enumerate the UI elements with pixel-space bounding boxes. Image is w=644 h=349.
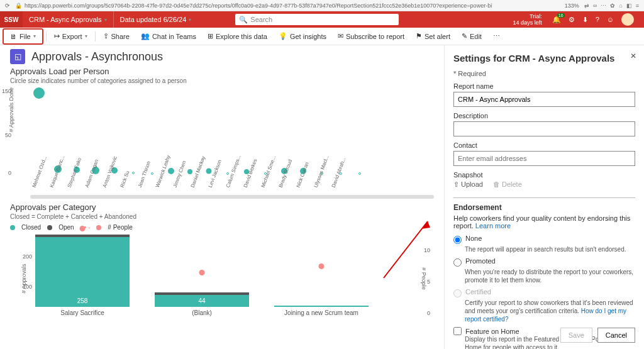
browser-extension-icons: ⇄ ∞ ⋯ ✿ ⌂ ◧ ≡ bbox=[584, 3, 639, 9]
bubble-point[interactable] bbox=[187, 169, 192, 174]
description-label: Description bbox=[453, 112, 635, 119]
horizontal-scrollbar[interactable] bbox=[30, 195, 434, 199]
bar-chart[interactable]: # Approvals # People 200 100 10 5 0 258S… bbox=[10, 235, 434, 316]
export-menu[interactable]: ↦ Export ▾ bbox=[49, 30, 92, 43]
endorse-none-radio[interactable] bbox=[453, 236, 462, 244]
cancel-button[interactable]: Cancel bbox=[597, 328, 635, 343]
people-point[interactable] bbox=[80, 226, 86, 231]
flag-icon: ⚑ bbox=[416, 32, 422, 40]
bar-y2-label: # People bbox=[421, 267, 427, 290]
bar-category-label: Joining a new Scrum team bbox=[284, 309, 358, 316]
user-avatar[interactable] bbox=[621, 13, 634, 26]
mail-icon: ✉ bbox=[338, 32, 343, 40]
trash-icon: 🗑 bbox=[493, 180, 500, 188]
edit-button[interactable]: ✎ Edit bbox=[457, 30, 487, 43]
download-icon[interactable]: ⬇ bbox=[582, 16, 588, 24]
ext-icon[interactable]: ≡ bbox=[636, 3, 639, 9]
report-icon: ◱ bbox=[10, 49, 25, 64]
chevron-down-icon: ▾ bbox=[104, 17, 107, 23]
contact-label: Contact bbox=[453, 141, 635, 149]
endorse-promoted-radio[interactable] bbox=[453, 258, 462, 267]
close-panel-icon[interactable]: ✕ bbox=[630, 52, 636, 60]
subscribe-button[interactable]: ✉ Subscribe to report bbox=[333, 30, 409, 43]
data-updated[interactable]: Data updated 6/26/24 ▾ bbox=[114, 16, 198, 23]
bar-category-label: (Blank) bbox=[192, 309, 212, 316]
bubble-point[interactable] bbox=[132, 172, 135, 174]
ext-icon[interactable]: ⌂ bbox=[619, 3, 622, 9]
file-icon: 🗎 bbox=[10, 33, 17, 40]
bar-legend: Closed Open - • - # People bbox=[10, 224, 434, 231]
feature-home-checkbox[interactable] bbox=[453, 327, 462, 335]
endorsement-help: Help coworkers find your quality content… bbox=[453, 214, 635, 230]
legend-dot-open bbox=[47, 225, 52, 230]
section2-title: Approvals per Category bbox=[10, 202, 434, 212]
trial-status[interactable]: Trial: 14 days left bbox=[509, 13, 546, 26]
ext-icon[interactable]: ✿ bbox=[610, 3, 615, 9]
export-icon: ↦ bbox=[54, 32, 60, 40]
bubble-point[interactable] bbox=[151, 172, 153, 175]
teams-icon: 👥 bbox=[141, 32, 150, 40]
delete-button: 🗑 Delete bbox=[493, 180, 522, 189]
bar-column[interactable]: 44(Blank) bbox=[155, 292, 249, 316]
help-icon[interactable]: ? bbox=[596, 16, 599, 23]
snapshot-label: Snapshot bbox=[453, 171, 635, 179]
endorse-certified-radio bbox=[453, 289, 462, 297]
browser-address-bar: ⟳ 🔒 https://app.powerbi.com/groups/5c970… bbox=[0, 0, 644, 11]
description-input[interactable] bbox=[453, 121, 635, 136]
settings-panel: ✕ Settings for CRM - Async Approvals * R… bbox=[444, 45, 644, 349]
more-menu[interactable]: ⋯ bbox=[488, 30, 505, 43]
contact-input[interactable] bbox=[453, 151, 635, 166]
search-icon: 🔍 bbox=[239, 16, 248, 24]
smiley-icon[interactable]: ☺ bbox=[607, 16, 614, 23]
url-box[interactable]: 🔒 https://app.powerbi.com/groups/5c97064… bbox=[15, 3, 560, 9]
settings-gear-icon[interactable]: ⚙ bbox=[569, 16, 575, 24]
pencil-icon: ✎ bbox=[462, 32, 467, 40]
section1-title: Approvals Load per Person bbox=[10, 67, 434, 76]
people-point[interactable] bbox=[199, 270, 205, 275]
infinity-icon[interactable]: ∞ bbox=[593, 3, 597, 9]
explore-icon: ⊞ bbox=[208, 32, 213, 40]
get-insights-button[interactable]: 💡 Get insights bbox=[274, 30, 331, 43]
lock-icon: 🔒 bbox=[15, 3, 22, 9]
bubble-point[interactable] bbox=[206, 169, 212, 174]
report-toolbar: 🗎 File ▾ ↦ Export ▾ ⇪ Share 👥 Chat in Te… bbox=[0, 28, 644, 45]
legend-dot-people bbox=[96, 225, 101, 230]
chevron-down-icon: ▾ bbox=[189, 17, 191, 23]
url-text: https://app.powerbi.com/groups/5c97064b-… bbox=[25, 3, 492, 9]
required-note: * Required bbox=[453, 70, 635, 77]
explore-data-button[interactable]: ⊞ Explore this data bbox=[203, 30, 272, 43]
learn-more-link[interactable]: Learn more bbox=[475, 222, 511, 230]
upload-button[interactable]: ⇧ Upload bbox=[453, 180, 483, 189]
share-button[interactable]: ⇪ Share bbox=[98, 30, 135, 43]
bar-column[interactable]: 258Salary Sacrifice bbox=[35, 235, 130, 316]
bulb-icon: 💡 bbox=[279, 32, 287, 40]
bubble-point[interactable] bbox=[358, 172, 361, 175]
more-icon[interactable]: ⋯ bbox=[601, 3, 606, 9]
y-tick: 50 bbox=[1, 132, 11, 138]
report-canvas: ◱ Approvals - Asynchronous Approvals Loa… bbox=[0, 45, 444, 349]
report-name-input[interactable] bbox=[453, 92, 635, 107]
bubble-chart[interactable]: # Approvals Done 150 50 0 Mehmet Ozd...K… bbox=[13, 88, 434, 195]
report-breadcrumb[interactable]: CRM - Async Approvals ▾ bbox=[23, 11, 114, 28]
bubble-point[interactable] bbox=[33, 87, 45, 99]
zoom-level[interactable]: 133% bbox=[565, 3, 579, 9]
ext-icon[interactable]: ◧ bbox=[626, 3, 632, 9]
chat-teams-button[interactable]: 👥 Chat in Teams bbox=[136, 30, 201, 43]
app-header: SSW CRM - Async Approvals ▾ Data updated… bbox=[0, 11, 644, 28]
bar-column[interactable]: Joining a new Scrum team bbox=[274, 306, 369, 316]
refresh-icon[interactable]: ⟳ bbox=[5, 3, 10, 9]
report-title: Approvals - Asynchronous bbox=[31, 50, 163, 64]
set-alert-button[interactable]: ⚑ Set alert bbox=[411, 30, 455, 43]
people-point[interactable] bbox=[319, 263, 325, 269]
global-search[interactable]: 🔍 Search bbox=[235, 14, 399, 25]
file-menu[interactable]: 🗎 File ▾ bbox=[5, 30, 41, 43]
upload-icon: ⇧ bbox=[453, 180, 459, 188]
bubble-point[interactable] bbox=[168, 168, 174, 174]
chevron-down-icon: ▾ bbox=[33, 33, 36, 39]
notification-icon[interactable]: 🔔 bbox=[552, 16, 561, 24]
sync-icon[interactable]: ⇄ bbox=[584, 3, 589, 9]
share-icon: ⇪ bbox=[103, 32, 109, 40]
legend-dot-closed bbox=[10, 225, 15, 230]
brand-logo[interactable]: SSW bbox=[0, 11, 23, 28]
section2-subtitle: Closed = Complete + Canceled + Abandoned bbox=[10, 213, 434, 220]
